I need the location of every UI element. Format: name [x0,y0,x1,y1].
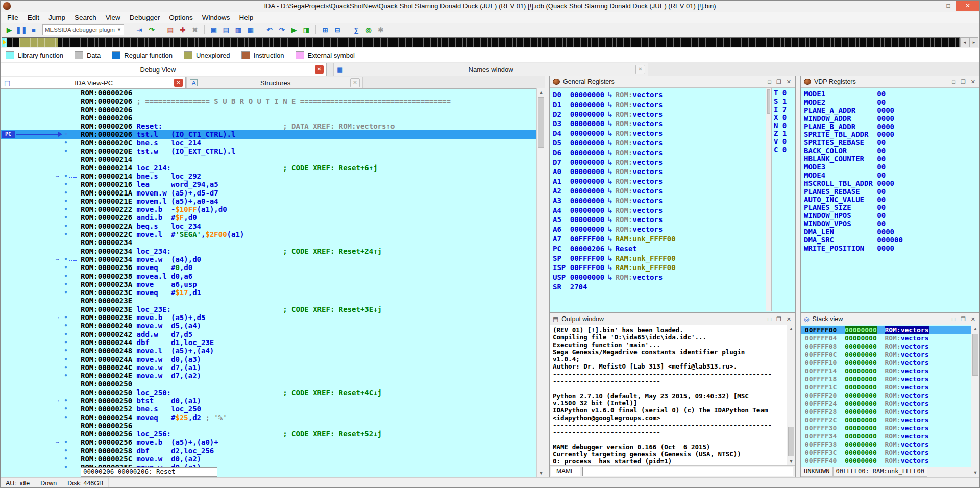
scroll-down-icon[interactable]: ▼ [971,469,979,477]
scrollbar-thumb[interactable] [972,334,978,376]
register-row[interactable]: D7 00000000 ↳ ROM:vectors [553,158,676,167]
vdp-register-row[interactable]: DMA_LEN 0000 [804,228,903,236]
register-row[interactable]: D5 00000000 ↳ ROM:vectors [553,138,676,148]
register-row[interactable]: A5 00000000 ↳ ROM:vectors [553,215,676,225]
stack-row[interactable]: 00FFFF3C 00000000 ROM:vectors [801,449,971,457]
menu-item-jump[interactable]: Jump [44,13,70,22]
vdp-register-row[interactable]: WINDOW_HPOS 00 [804,212,903,220]
stack-row[interactable]: 00FFFF30 00000000 ROM:vectors [801,424,971,432]
flag-s[interactable]: S 1 [774,97,793,106]
disasm-line[interactable]: ●→ROM:00000256 move.b (a5)+,(a0)+ [1,438,536,446]
register-row[interactable]: SP 00FFFF00 ↳ RAM:unk_FFFF00 [553,254,676,263]
disasm-line[interactable]: ●ROM:0000020C bne.s loc_214 [1,139,536,147]
stack-row[interactable]: 00FFFF08 00000000 ROM:vectors [801,343,971,351]
navigation-strip[interactable] [2,37,961,47]
stack-row[interactable]: 00FFFF2C 00000000 ROM:vectors [801,416,971,424]
menu-item-edit[interactable]: Edit [23,13,44,22]
scrollbar-thumb[interactable] [538,97,544,148]
close-icon[interactable]: ✕ [635,65,645,74]
maximize-button[interactable]: □ [941,1,956,11]
disasm-line[interactable]: ●PCROM:00000206 tst.l (IO_CT1_CTRL).l [1,130,536,138]
disasm-line[interactable]: ●ROM:0000021E movem.l (a5)+,a0-a4 [1,197,536,205]
disasm-line[interactable]: ROM:00000214 [1,155,536,163]
step-over-icon[interactable]: ↷ [146,24,157,35]
stack-row[interactable]: 00FFFF34 00000000 ROM:vectors [801,432,971,441]
close-icon[interactable]: ✕ [174,79,183,87]
disassembly-view[interactable]: ROM:00000206ROM:00000206 ; =============… [1,88,536,478]
vdp-register-row[interactable]: WINDOW_ADDR 0000 [804,115,903,123]
vdp-register-row[interactable]: PLANE_A_ADDR 0000 [804,107,903,115]
disasm-line[interactable]: ●→ROM:00000250 btst d0,(a1) [1,397,536,405]
output-scrollbar[interactable]: ▲ ▼ [787,325,795,466]
register-row[interactable]: A3 00000000 ↳ ROM:vectors [553,196,676,206]
stack-row[interactable]: 00FFFF40 00000000 ROM:vectors [801,457,971,465]
vdp-register-row[interactable]: PLANE_B_ADDR 0000 [804,123,903,131]
scrollbar-thumb[interactable] [788,427,794,456]
run-to-cursor-icon[interactable]: ▶ [288,24,300,35]
stack-row[interactable]: 00FFFF18 00000000 ROM:vectors [801,375,971,383]
stack-row[interactable]: 00FFFF24 00000000 ROM:vectors [801,400,971,408]
float-panel-icon[interactable]: ❐ [776,79,781,85]
disasm-line[interactable]: ROM:00000234 [1,238,536,247]
disasm-line[interactable]: ROM:00000250 loc_250: ; CODE XREF: Reset… [1,388,536,397]
segments-list-icon[interactable]: ▦ [245,24,256,35]
disasm-line[interactable]: ●→ROM:00000214 bne.s loc_292 [1,172,536,180]
disasm-line[interactable]: ●ROM:0000021A movem.w (a5)+,d5-d7 [1,189,536,197]
close-button[interactable]: ✕ [956,1,979,11]
enable-breakpoint-icon[interactable]: ✚ [177,24,188,35]
register-row[interactable]: D4 00000000 ↳ ROM:vectors [553,129,676,138]
menu-item-view[interactable]: View [101,13,125,22]
disasm-line[interactable]: ROM:00000214 loc_214: ; CODE XREF: Reset… [1,164,536,172]
disasm-line[interactable]: ROM:00000256 [1,422,536,430]
minimize-button[interactable]: – [925,1,941,11]
nav-scroll-right-button[interactable]: ▸ [969,37,978,47]
close-panel-icon[interactable]: ✕ [971,316,975,323]
disasm-line[interactable]: ●ROM:0000020E tst.w (IO_EXT_CTRL).l [1,147,536,155]
registers-scrollbar[interactable] [766,88,772,311]
disasm-line[interactable]: ●ROM:0000024E move.w d7,(a2) [1,372,536,380]
float-panel-icon[interactable]: ❐ [776,316,781,323]
close-icon[interactable]: ✕ [315,65,324,74]
maximize-panel-icon[interactable]: □ [952,316,955,323]
scroll-up-icon[interactable]: ▲ [971,325,979,333]
register-row[interactable]: A7 00FFFF00 ↳ RAM:unk_FFFF00 [553,234,676,244]
disasm-line[interactable]: ROM:0000023E [1,297,536,305]
stack-row[interactable]: 00FFFF10 00000000 ROM:vectors [801,359,971,367]
stack-row[interactable]: 00FFFF1C 00000000 ROM:vectors [801,383,971,392]
disasm-line[interactable]: ●ROM:0000024A move.w d0,(a3) [1,355,536,363]
register-row[interactable]: D3 00000000 ↳ ROM:vectors [553,119,676,129]
vdp-register-row[interactable]: MODE1 00 [804,90,903,99]
register-row[interactable]: ISP 00FFFF00 ↳ RAM:unk_FFFF00 [553,263,676,273]
disassembly-scrollbar[interactable]: ▲ ▼ [536,88,545,477]
stop-process-icon[interactable]: ■ [28,24,39,35]
vdp-register-row[interactable]: DMA_SRC 000000 [804,236,903,245]
menu-item-debugger[interactable]: Debugger [125,13,164,22]
tab-ida-view-pc[interactable]: ▤ IDA View-PC ✕ [1,77,186,88]
register-row[interactable]: USP 00000000 ↳ ROM:vectors [553,273,676,282]
disasm-line[interactable]: ●ROM:0000024C move.w d7,(a1) [1,363,536,372]
panel-title-bar[interactable]: VDP Registers □ ❐ ✕ [801,76,979,88]
disasm-line[interactable]: ●ROM:0000023A move a6,usp [1,280,536,288]
disasm-line[interactable]: ●ROM:00000242 add.w d7,d5 [1,330,536,338]
disasm-line[interactable]: ●ROM:00000216 lea word_294,a5 [1,180,536,188]
tab-structures[interactable]: A Structures ✕ [186,77,363,88]
command-target-label[interactable]: MAME [551,467,580,476]
vdp-register-row[interactable]: SPRITE_TBL_ADDR 0000 [804,131,903,139]
disasm-line[interactable]: ●ROM:00000244 dbf d1,loc_23E [1,338,536,347]
flag-i[interactable]: I 7 [774,106,793,114]
register-row[interactable]: D1 00000000 ↳ ROM:vectors [553,100,676,110]
disasm-line[interactable]: ROM:00000206 Reset: ; DATA XREF: ROM:vec… [1,122,536,130]
open-view-icon[interactable]: ⊞ [320,24,331,35]
disasm-line[interactable]: ●ROM:00000252 bne.s loc_250 [1,405,536,413]
disasm-line[interactable]: ●→ROM:0000023E move.b (a5)+,d5 [1,313,536,322]
functions-list-icon[interactable]: ▥ [233,24,244,35]
close-panel-icon[interactable]: ✕ [787,316,791,323]
maximize-panel-icon[interactable]: □ [952,79,955,85]
disasm-line[interactable]: ●ROM:0000022C move.l #'SEGA',$2F00(a1) [1,230,536,238]
scroll-up-icon[interactable]: ▲ [537,88,545,96]
debugger-command-input[interactable] [582,467,793,476]
register-row[interactable]: A6 00000000 ↳ ROM:vectors [553,225,676,234]
disasm-line[interactable]: ●ROM:0000025C move.w d0,(a2) [1,455,536,463]
maximize-panel-icon[interactable]: □ [768,316,771,323]
flag-t[interactable]: T 0 [774,89,793,97]
